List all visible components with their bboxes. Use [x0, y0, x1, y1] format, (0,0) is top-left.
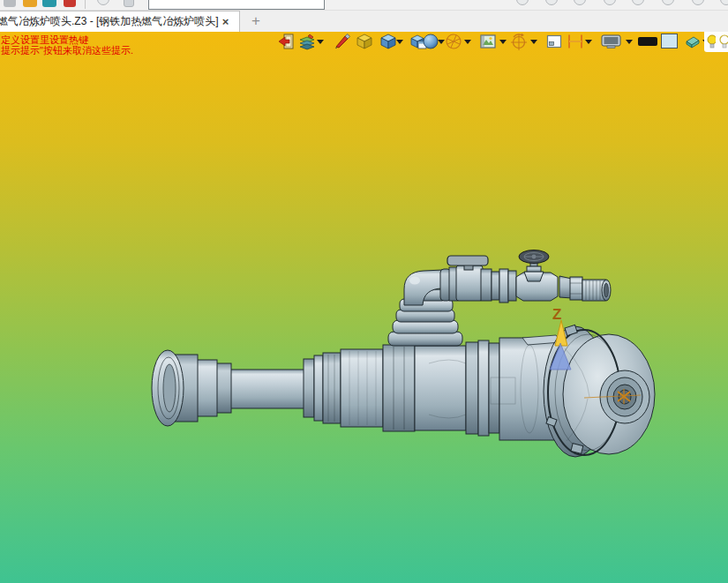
redo-icon[interactable]: [124, 0, 134, 7]
open-icon[interactable]: [42, 0, 56, 7]
view-tool-icon[interactable]: [516, 0, 529, 5]
graphics-viewport[interactable]: 定义设置里设置热键 提示提示"按钮来取消这些提示.: [0, 32, 728, 583]
selection-filter-combobox[interactable]: [148, 0, 325, 10]
view-tool-icon[interactable]: [574, 0, 586, 5]
print-icon[interactable]: [64, 0, 76, 7]
3d-model-canvas[interactable]: Z: [0, 32, 728, 583]
save-icon[interactable]: [23, 0, 37, 7]
document-tab-title: 燃气冶炼炉喷头.Z3 - [钢铁加热燃气冶炼炉喷头]: [0, 14, 219, 29]
tab-close-icon[interactable]: ×: [222, 16, 229, 27]
file-icon[interactable]: [4, 0, 16, 7]
view-tool-icon[interactable]: [604, 0, 616, 5]
view-tool-icon[interactable]: [692, 0, 704, 5]
burner-main-assembly[interactable]: [152, 335, 561, 440]
separator: [85, 0, 86, 9]
view-tool-icon[interactable]: [662, 0, 674, 5]
undo-icon[interactable]: [97, 0, 109, 5]
view-tool-icon[interactable]: [545, 0, 558, 5]
document-tab-bar: 燃气冶炼炉喷头.Z3 - [钢铁加热燃气冶炼炉喷头] × +: [0, 11, 728, 32]
quick-access-toolbar: [0, 0, 728, 11]
view-tool-icon[interactable]: [632, 0, 644, 5]
z-axis-label: Z: [552, 306, 561, 323]
new-tab-button[interactable]: +: [247, 12, 265, 30]
document-tab[interactable]: 燃气冶炼炉喷头.Z3 - [钢铁加热燃气冶炼炉喷头] ×: [0, 11, 240, 32]
view-tool-icon[interactable]: [720, 0, 728, 5]
